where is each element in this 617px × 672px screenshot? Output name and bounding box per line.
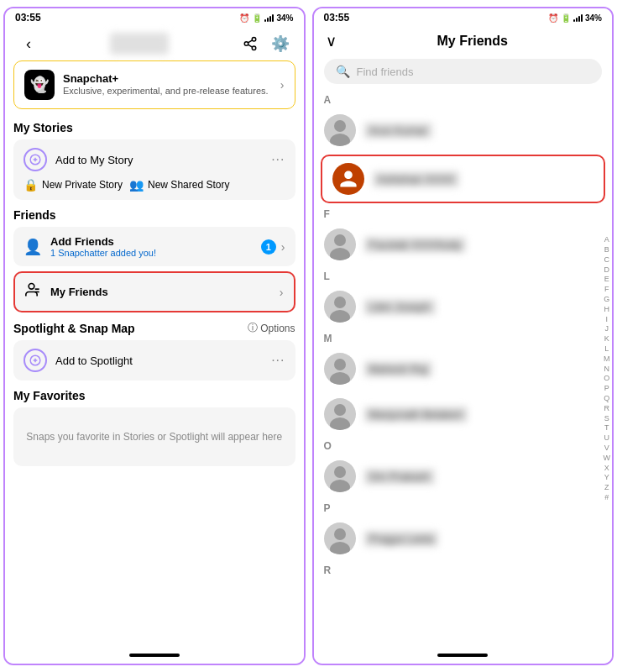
- alpha-P[interactable]: P: [604, 384, 609, 393]
- friend-name-arun: Arun Kumar: [364, 123, 432, 139]
- alpha-hash[interactable]: #: [604, 493, 609, 502]
- time-right: 03:55: [324, 12, 350, 24]
- alpha-V[interactable]: V: [604, 444, 609, 453]
- alpha-G[interactable]: G: [604, 295, 609, 304]
- add-story-icon: [24, 148, 47, 171]
- friend-item-arun[interactable]: Arun Kumar: [314, 108, 613, 153]
- new-shared-story-item[interactable]: 👥 New Shared Story: [129, 178, 229, 192]
- svg-line-3: [248, 45, 252, 47]
- friend-name-ashishan: Ashishan XXXX: [373, 171, 460, 187]
- add-friends-chevron: ›: [281, 240, 285, 254]
- signal-bar-r2: [576, 18, 578, 22]
- friend-avatar-mahesh: [324, 353, 356, 385]
- nav-right-icons: ⚙️: [238, 32, 292, 55]
- back-button-right[interactable]: ∨: [326, 32, 337, 50]
- alpha-L[interactable]: L: [604, 344, 609, 354]
- alpha-M[interactable]: M: [604, 354, 610, 364]
- add-friends-text: Add Friends 1 Snapchatter added you!: [50, 235, 156, 258]
- share-icon[interactable]: [238, 32, 262, 55]
- alpha-N[interactable]: N: [604, 365, 610, 374]
- new-private-story-label: New Private Story: [42, 179, 123, 191]
- friend-item-faustab[interactable]: Faustab XXXXtudy: [314, 222, 613, 267]
- svg-point-18: [334, 234, 346, 246]
- alpha-B[interactable]: B: [604, 245, 609, 255]
- search-bar[interactable]: 🔍 Find friends: [324, 59, 603, 84]
- alpha-D[interactable]: D: [604, 265, 610, 275]
- snapchat-plus-icon: 👻: [24, 70, 55, 100]
- alpha-W[interactable]: W: [604, 454, 611, 463]
- signal-bar-4: [272, 14, 274, 22]
- user-avatar-blurred: [110, 33, 169, 55]
- add-friends-card[interactable]: 👤 Add Friends 1 Snapchatter added you! 1…: [13, 227, 295, 266]
- snapchat-plus-desc: Exclusive, experimental, and pre-release…: [63, 85, 269, 97]
- my-stories-header: My Stories: [13, 121, 295, 134]
- alpha-header-f: F: [314, 205, 613, 222]
- alpha-header-r: R: [314, 561, 613, 578]
- alpha-T[interactable]: T: [604, 423, 609, 433]
- my-friends-icon: [25, 281, 42, 302]
- friend-name-mahesh: Mahesh Raj: [364, 361, 432, 377]
- snapchat-plus-banner[interactable]: 👻 Snapchat+ Exclusive, experimental, and…: [13, 60, 295, 109]
- left-phone-panel: 03:55 ⏰ 🔋 34% ‹ ⚙️: [3, 7, 306, 665]
- add-story-dots[interactable]: ···: [271, 152, 285, 167]
- alpha-X[interactable]: X: [604, 464, 609, 473]
- friend-item-om[interactable]: Om Prakash: [314, 454, 613, 499]
- add-story-left: Add to My Story: [24, 148, 133, 171]
- snapchat-plus-title: Snapchat+: [63, 72, 269, 85]
- spotlight-section-header: Spotlight & Snap Map ⓘ Options: [13, 321, 295, 335]
- alpha-K[interactable]: K: [604, 334, 609, 344]
- spotlight-dots[interactable]: ···: [271, 353, 285, 368]
- add-friends-right: 1 ›: [261, 239, 285, 255]
- add-friends-left: 👤 Add Friends 1 Snapchatter added you!: [24, 235, 156, 258]
- options-label: Options: [260, 323, 295, 334]
- signal-bars: [264, 13, 274, 22]
- options-button[interactable]: ⓘ Options: [248, 321, 295, 335]
- add-to-story-card[interactable]: Add to My Story ··· 🔒 New Private Story …: [13, 139, 295, 200]
- alpha-header-a: A: [314, 91, 613, 108]
- alpha-U[interactable]: U: [604, 433, 610, 443]
- info-icon: ⓘ: [248, 321, 258, 335]
- bottom-nav-left: [5, 647, 304, 664]
- add-spotlight-label: Add to Spotlight: [55, 354, 133, 367]
- alarm-icon-r: ⏰: [548, 13, 558, 23]
- search-bar-container: 🔍 Find friends: [314, 55, 613, 91]
- friend-name-pragya: Pragya Leela: [364, 531, 439, 547]
- friend-item-mahesh[interactable]: Mahesh Raj: [314, 346, 613, 391]
- alpha-Y[interactable]: Y: [604, 473, 609, 482]
- add-story-label: Add to My Story: [55, 154, 133, 166]
- alpha-C[interactable]: C: [604, 255, 610, 265]
- time-left: 03:55: [15, 12, 41, 24]
- alpha-J[interactable]: J: [605, 324, 609, 333]
- alpha-S[interactable]: S: [604, 414, 609, 423]
- settings-icon[interactable]: ⚙️: [269, 32, 292, 55]
- alpha-H[interactable]: H: [604, 305, 610, 314]
- add-spotlight-card[interactable]: Add to Spotlight ···: [13, 340, 295, 381]
- svg-point-30: [334, 466, 346, 478]
- alarm-icon: ⏰: [239, 13, 249, 23]
- new-private-story-item[interactable]: 🔒 New Private Story: [24, 178, 123, 192]
- alpha-Z[interactable]: Z: [604, 483, 609, 492]
- friend-item-libin[interactable]: Libin Joseph: [314, 284, 613, 329]
- friend-item-pragya[interactable]: Pragya Leela: [314, 516, 613, 561]
- friend-item-manjunath[interactable]: Manjunath Belakeri: [314, 391, 613, 437]
- alpha-F[interactable]: F: [604, 285, 609, 294]
- alpha-header-m: M: [314, 329, 613, 346]
- alpha-Q[interactable]: Q: [604, 394, 609, 403]
- alpha-O[interactable]: O: [604, 374, 609, 383]
- friend-name-libin: Libin Joseph: [364, 299, 436, 315]
- my-friends-card[interactable]: My Friends ›: [13, 271, 295, 312]
- alpha-A[interactable]: A: [604, 235, 609, 244]
- svg-point-21: [334, 297, 346, 308]
- back-button[interactable]: ‹: [17, 32, 40, 55]
- svg-line-4: [248, 40, 252, 43]
- svg-point-33: [334, 528, 346, 540]
- alpha-I[interactable]: I: [605, 315, 608, 324]
- friends-header: Friends: [13, 208, 295, 222]
- snapchat-plus-text: Snapchat+ Exclusive, experimental, and p…: [63, 72, 269, 97]
- friend-avatar-ashishan: [332, 163, 364, 195]
- friend-item-ashishan[interactable]: Ashishan XXXX: [321, 155, 606, 203]
- snapchat-plus-left: 👻 Snapchat+ Exclusive, experimental, and…: [24, 70, 269, 100]
- search-icon: 🔍: [336, 65, 350, 78]
- alpha-R[interactable]: R: [604, 404, 610, 413]
- alpha-E[interactable]: E: [604, 275, 609, 284]
